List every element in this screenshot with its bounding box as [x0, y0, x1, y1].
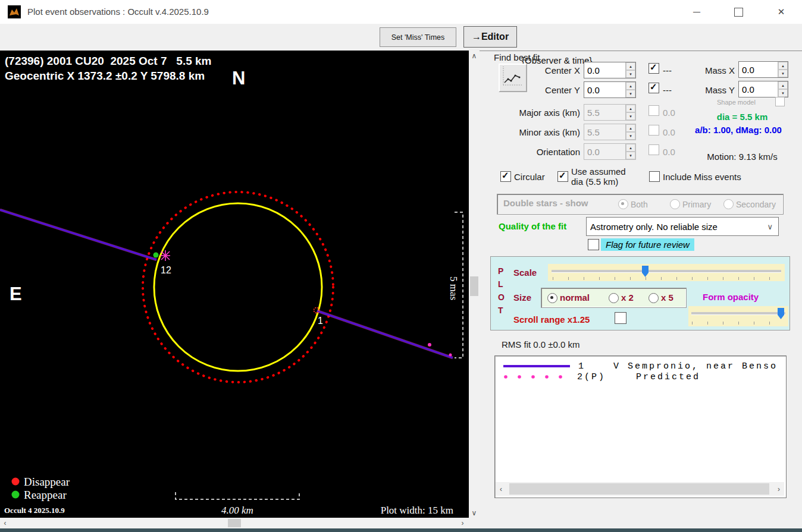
- predicted-dot: [449, 354, 452, 357]
- opacity-slider-thumb[interactable]: [778, 308, 784, 319]
- include-miss-checkbox[interactable]: [649, 171, 660, 182]
- scroll-down-icon[interactable]: ∨: [469, 508, 480, 518]
- plot-canvas[interactable]: 12 1 (72396) 2001 CU20 2025 Oct 7 5.5 km…: [0, 51, 469, 518]
- dia-label: dia = 5.5 km: [693, 112, 791, 122]
- spinner-down-icon[interactable]: ▼: [626, 112, 635, 120]
- circular-checkbox[interactable]: ✓: [500, 171, 511, 182]
- flag-review-checkbox[interactable]: [588, 239, 599, 250]
- fit-chart-button[interactable]: [499, 64, 527, 92]
- asteroid-circle: [154, 203, 322, 371]
- observation-row-name[interactable]: Predicted: [636, 372, 700, 382]
- minor-axis-spinner[interactable]: ▲▼: [625, 124, 635, 140]
- scroll-range-checkbox[interactable]: [615, 312, 626, 324]
- spinner-up-icon[interactable]: ▲: [626, 62, 635, 70]
- scroll-left-icon[interactable]: ‹: [0, 518, 10, 528]
- major-axis-aux: 0.0: [663, 108, 675, 118]
- listbox-hscrollbar[interactable]: ‹ ›: [496, 482, 784, 496]
- orientation-field[interactable]: 0.0 ▲▼: [584, 143, 636, 160]
- form-opacity-label: Form opacity: [703, 292, 759, 302]
- scroll-left-icon[interactable]: ‹: [496, 482, 506, 496]
- center-y-value[interactable]: 0.0: [584, 85, 625, 95]
- mass-y-spinner[interactable]: ▲▼: [778, 81, 788, 97]
- spinner-down-icon[interactable]: ▼: [778, 70, 788, 77]
- shape-model-checkbox[interactable]: [775, 97, 785, 106]
- minor-axis-value: 5.5: [584, 127, 625, 137]
- spinner-down-icon[interactable]: ▼: [626, 152, 635, 159]
- hscroll-thumb[interactable]: [228, 519, 241, 527]
- size-normal-radio[interactable]: [547, 293, 557, 303]
- center-y-spinner[interactable]: ▲▼: [625, 82, 635, 97]
- mass-x-field[interactable]: 0.0 ▲▼: [738, 61, 788, 78]
- spinner-up-icon[interactable]: ▲: [778, 62, 788, 70]
- include-miss-label: Include Miss events: [663, 172, 741, 182]
- center-x-spinner[interactable]: ▲▼: [625, 62, 635, 78]
- both-radio[interactable]: [618, 199, 628, 209]
- major-axis-label: Major axis (km): [509, 108, 580, 118]
- quality-dropdown[interactable]: Astrometry only. No reliable size ∨: [586, 217, 779, 236]
- quality-label: Quality of the fit: [499, 221, 566, 231]
- find-best-fit-title: Find best fit: [494, 52, 540, 62]
- center-x-label: Center X: [524, 65, 580, 75]
- mass-y-value[interactable]: 0.0: [739, 84, 778, 95]
- secondary-radio[interactable]: [723, 199, 734, 209]
- north-indicator: N: [232, 68, 245, 89]
- center-y-field[interactable]: 0.0 ▲▼: [584, 81, 636, 98]
- minor-axis-checkbox[interactable]: [649, 125, 659, 136]
- plot-width-label: Plot width: 15 km: [381, 505, 453, 516]
- maximize-button[interactable]: [725, 0, 752, 24]
- plot-letter-t: T: [498, 306, 503, 315]
- mass-y-label: Mass Y: [696, 85, 735, 95]
- close-icon: ✕: [778, 7, 785, 17]
- major-axis-field[interactable]: 5.5 ▲▼: [584, 104, 636, 121]
- spinner-up-icon[interactable]: ▲: [626, 105, 635, 112]
- scroll-up-icon[interactable]: ∧: [469, 51, 480, 61]
- spinner-down-icon[interactable]: ▼: [626, 132, 635, 140]
- mass-x-value[interactable]: 0.0: [739, 65, 778, 75]
- orientation-checkbox[interactable]: [649, 144, 659, 155]
- set-miss-times-button[interactable]: Set 'Miss' Times: [380, 27, 456, 47]
- close-button[interactable]: ✕: [767, 0, 795, 24]
- observation-row-id[interactable]: 2(P): [577, 372, 606, 382]
- center-y-checkbox[interactable]: ✓: [649, 83, 659, 93]
- plot-title-line1: (72396) 2001 CU20 2025 Oct 7 5.5 km: [5, 55, 212, 67]
- spinner-up-icon[interactable]: ▲: [626, 144, 635, 152]
- orientation-spinner[interactable]: ▲▼: [625, 144, 635, 159]
- plot-vscrollbar[interactable]: ∧ ∨: [469, 51, 480, 518]
- size-x5-radio[interactable]: [649, 293, 659, 303]
- spinner-up-icon[interactable]: ▲: [626, 124, 635, 132]
- size-x2-radio[interactable]: [609, 293, 619, 303]
- spinner-up-icon[interactable]: ▲: [626, 82, 635, 90]
- editor-button[interactable]: →Editor: [463, 26, 517, 48]
- spinner-down-icon[interactable]: ▼: [626, 70, 635, 78]
- size-group: normal x 2 x 5: [541, 288, 687, 308]
- spinner-up-icon[interactable]: ▲: [778, 81, 788, 89]
- center-x-checkbox[interactable]: ✓: [649, 63, 659, 74]
- scroll-right-icon[interactable]: ›: [458, 518, 468, 528]
- center-x-field[interactable]: 0.0 ▲▼: [584, 62, 636, 78]
- center-x-dashes: ---: [663, 65, 672, 75]
- use-assumed-checkbox[interactable]: ✓: [557, 171, 568, 182]
- vscroll-thumb[interactable]: [470, 276, 478, 296]
- observations-listbox[interactable]: 1 V Sempronio, near Benso 2(P) Predicted…: [494, 355, 787, 498]
- scale-slider[interactable]: [548, 264, 785, 281]
- form-opacity-slider[interactable]: [688, 306, 788, 326]
- observation-row-name[interactable]: V Sempronio, near Benso: [613, 361, 778, 372]
- spinner-down-icon[interactable]: ▼: [626, 90, 635, 97]
- mass-y-field[interactable]: 0.0 ▲▼: [738, 81, 788, 97]
- center-x-value[interactable]: 0.0: [584, 65, 625, 75]
- plot-hscrollbar[interactable]: ‹ ›: [0, 518, 468, 528]
- size-x2-label: x 2: [621, 292, 634, 303]
- primary-radio[interactable]: [670, 199, 680, 209]
- major-axis-checkbox[interactable]: [649, 105, 659, 116]
- scroll-right-icon[interactable]: ›: [773, 482, 784, 496]
- plot-letter-p: P: [498, 266, 503, 276]
- mass-x-spinner[interactable]: ▲▼: [778, 62, 788, 77]
- minimize-button[interactable]: —: [683, 0, 710, 24]
- listbox-hscroll-thumb[interactable]: [509, 483, 769, 495]
- observation-row-id[interactable]: 1: [578, 361, 585, 372]
- major-axis-spinner[interactable]: ▲▼: [625, 105, 635, 120]
- scale-slider-thumb[interactable]: [642, 266, 649, 277]
- km-scale-label: 4.00 km: [221, 505, 253, 516]
- spinner-down-icon[interactable]: ▼: [778, 89, 788, 97]
- minor-axis-field[interactable]: 5.5 ▲▼: [584, 124, 636, 140]
